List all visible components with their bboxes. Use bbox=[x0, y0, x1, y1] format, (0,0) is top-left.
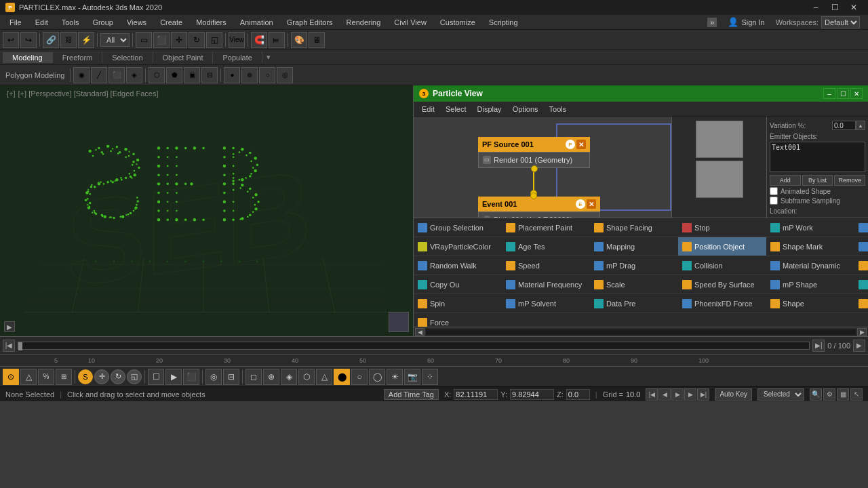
undo-button[interactable]: ↩ bbox=[3, 32, 19, 48]
op-shape-mark[interactable]: Shape Mark bbox=[766, 237, 854, 256]
op-mp-shape[interactable]: mP Shape bbox=[766, 275, 854, 294]
y-coord-input[interactable] bbox=[510, 389, 554, 400]
view-dropdown[interactable]: View bbox=[229, 32, 245, 48]
autokey-button[interactable]: Auto Key bbox=[715, 388, 752, 401]
bt-percent-snap[interactable]: % bbox=[38, 369, 54, 385]
search-button[interactable]: 🔍 bbox=[810, 388, 822, 401]
op-data-pre[interactable]: Data Pre bbox=[590, 294, 678, 313]
op-rotation[interactable]: Rotation bbox=[854, 256, 868, 275]
menu-create[interactable]: Create bbox=[153, 17, 189, 28]
menu-tools[interactable]: Tools bbox=[55, 17, 86, 28]
bt-obj3[interactable]: ⊕ bbox=[263, 369, 279, 385]
op-copy-out[interactable]: Copy Ou bbox=[414, 275, 502, 294]
pf-source-close[interactable]: ✕ bbox=[576, 140, 586, 149]
pb-go-start[interactable]: |◀ bbox=[646, 388, 658, 401]
x-coord-input[interactable] bbox=[454, 389, 498, 400]
selection-filter[interactable]: All bbox=[100, 33, 130, 47]
by-list-button[interactable]: By List bbox=[802, 175, 833, 186]
selected-dropdown[interactable]: Selected bbox=[757, 388, 804, 401]
bt-light[interactable]: ☀ bbox=[387, 369, 403, 385]
op-scale[interactable]: Scale bbox=[590, 275, 678, 294]
menu-customize[interactable]: Customize bbox=[433, 17, 482, 28]
menu-modifiers[interactable]: Modifiers bbox=[189, 17, 233, 28]
op-spin[interactable]: Spin bbox=[414, 294, 502, 313]
viewport-plus[interactable]: [+] bbox=[7, 89, 16, 98]
bt-play[interactable]: ▶ bbox=[165, 369, 182, 385]
emitter-objects-textarea[interactable]: Text001 bbox=[770, 142, 865, 172]
pb-play-pause[interactable]: ▶ bbox=[671, 388, 684, 401]
align-button[interactable]: ⫢ bbox=[269, 32, 285, 48]
menu-file[interactable]: File bbox=[3, 17, 28, 28]
op-position-object[interactable]: Position Object bbox=[678, 237, 766, 256]
menu-group[interactable]: Group bbox=[85, 17, 120, 28]
bt-particles[interactable]: ⁘ bbox=[422, 369, 438, 385]
connect-button[interactable]: ⊕ bbox=[241, 67, 258, 83]
bt-obj2[interactable]: ◻ bbox=[245, 369, 262, 385]
bt-pyramid[interactable]: △ bbox=[316, 369, 332, 385]
op-material-dynamic[interactable]: Material Dynamic bbox=[766, 256, 854, 275]
bt-select-filter[interactable]: S bbox=[78, 369, 93, 384]
inset-button[interactable]: ▣ bbox=[184, 67, 200, 83]
op-collision2[interactable]: Collision bbox=[678, 256, 766, 275]
link-button[interactable]: 🔗 bbox=[43, 32, 59, 48]
menu-graph-editors[interactable]: Graph Editors bbox=[280, 17, 340, 28]
unlink-button[interactable]: ⛓ bbox=[60, 32, 77, 48]
op-mp-drag[interactable]: mP Drag bbox=[590, 256, 678, 275]
tab-freeform[interactable]: Freeform bbox=[53, 52, 103, 63]
scroll-left-button[interactable]: ◀ bbox=[415, 328, 425, 336]
ring-button[interactable]: ◎ bbox=[277, 67, 293, 83]
op-vray-particle-color[interactable]: VRayParticleColor bbox=[414, 237, 502, 256]
pv-node-canvas[interactable]: PF Source 001 P ✕ ▭ Render 001 (Geometry… bbox=[414, 117, 671, 218]
bt-move-circle[interactable]: ✛ bbox=[94, 369, 109, 384]
bevel-button[interactable]: ⬟ bbox=[166, 67, 182, 83]
pv-menu-select[interactable]: Select bbox=[440, 104, 472, 115]
weld-button[interactable]: ● bbox=[224, 67, 240, 83]
op-placement-paint[interactable]: Placement Paint bbox=[502, 218, 590, 237]
pv-menu-edit[interactable]: Edit bbox=[416, 104, 440, 115]
tl-go-start[interactable]: |◀ bbox=[3, 340, 15, 352]
tl-go-end[interactable]: ▶| bbox=[812, 340, 825, 352]
pf-source-node[interactable]: PF Source 001 P ✕ ▭ Render 001 (Geometry… bbox=[478, 137, 590, 168]
scroll-right-button[interactable]: ▶ bbox=[857, 328, 867, 336]
op-group-selection[interactable]: Group Selection bbox=[414, 218, 502, 237]
pb-prev-frame[interactable]: ◀ bbox=[658, 388, 671, 401]
polygon-button[interactable]: ⬛ bbox=[108, 67, 125, 83]
material-editor-button[interactable]: 🎨 bbox=[291, 32, 307, 48]
pb-go-end[interactable]: ▶| bbox=[697, 388, 709, 401]
timeline-slider[interactable] bbox=[18, 342, 810, 350]
pv-menu-options[interactable]: Options bbox=[507, 104, 544, 115]
pb-next-frame[interactable]: ▶ bbox=[684, 388, 696, 401]
menu-expand-icon[interactable]: » bbox=[707, 18, 717, 27]
bt-rotate-circle[interactable]: ↻ bbox=[111, 369, 125, 384]
op-stop[interactable]: Stop bbox=[678, 218, 766, 237]
redo-button[interactable]: ↪ bbox=[20, 32, 37, 48]
bt-obj1[interactable]: ☐ bbox=[148, 369, 164, 385]
element-button[interactable]: ◈ bbox=[126, 67, 142, 83]
bt-snap-toggle[interactable]: ⊙ bbox=[3, 369, 19, 385]
menu-animation[interactable]: Animation bbox=[233, 17, 280, 28]
bind-button[interactable]: ⚡ bbox=[78, 32, 94, 48]
signin-button[interactable]: 👤 Sign In bbox=[722, 17, 770, 27]
pv-minimize-button[interactable]: – bbox=[823, 88, 835, 99]
pv-maximize-button[interactable]: ☐ bbox=[837, 88, 849, 99]
bridge-button[interactable]: ⊟ bbox=[201, 67, 218, 83]
snap-button[interactable]: 🧲 bbox=[251, 32, 267, 48]
op-mp-work[interactable]: mP Work bbox=[766, 218, 854, 237]
op-keep-apart[interactable]: Keep Apart bbox=[854, 218, 868, 237]
cursor-button[interactable]: ↖ bbox=[850, 388, 863, 401]
op-age-test[interactable]: Age Tes bbox=[502, 237, 590, 256]
op-mp-buoyancy[interactable]: mP Buoyancy bbox=[854, 237, 868, 256]
op-random-walk[interactable]: Random Walk bbox=[414, 256, 502, 275]
extrude-button[interactable]: ⬡ bbox=[149, 67, 165, 83]
op-spin-limit[interactable]: Spin Limit bbox=[854, 294, 868, 313]
subframe-sampling-checkbox[interactable] bbox=[770, 197, 778, 205]
menu-scripting[interactable]: Scripting bbox=[482, 17, 525, 28]
maximize-button[interactable]: ☐ bbox=[826, 1, 844, 14]
settings-button[interactable]: ⚙ bbox=[823, 388, 835, 401]
move-button[interactable]: ✛ bbox=[171, 32, 187, 48]
select-object-button[interactable]: ▭ bbox=[136, 32, 152, 48]
variation-spinner-up[interactable]: ▲ bbox=[856, 121, 865, 130]
op-data-ico[interactable]: Data Ico bbox=[854, 275, 868, 294]
bt-spinner-snap[interactable]: ⊞ bbox=[56, 369, 72, 385]
op-shape-facing[interactable]: Shape Facing bbox=[590, 218, 678, 237]
